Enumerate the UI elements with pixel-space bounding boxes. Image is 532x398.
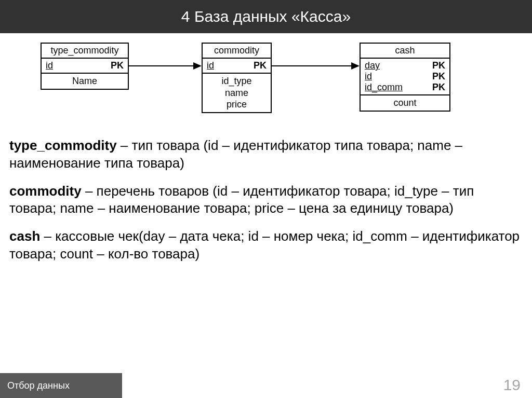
entity-title: commodity bbox=[203, 44, 271, 59]
entity-keys: id PK bbox=[203, 59, 271, 74]
desc-type-commodity: type_commodity – тип товара (id – иденти… bbox=[9, 137, 523, 172]
slide-footer: Отбор данных 19 bbox=[0, 373, 532, 398]
term: commodity bbox=[9, 183, 82, 199]
key-name: id bbox=[46, 60, 53, 71]
term: cash bbox=[9, 228, 40, 244]
entity-attrs: count bbox=[361, 95, 449, 111]
er-diagram: type_commodity id PK Name commodity id P… bbox=[0, 39, 532, 128]
entity-keys: day PK id PK id_comm PK bbox=[361, 59, 449, 95]
entity-commodity: commodity id PK id_type name price bbox=[202, 43, 272, 113]
key-tag: PK bbox=[432, 71, 445, 82]
footer-label: Отбор данных bbox=[0, 373, 122, 398]
key-tag: PK bbox=[432, 60, 445, 71]
desc-cash: cash – кассовые чек(day – дата чека; id … bbox=[9, 228, 523, 263]
attr: id_type bbox=[207, 75, 267, 87]
entity-type-commodity: type_commodity id PK Name bbox=[41, 43, 129, 90]
entity-attrs: id_type name price bbox=[203, 74, 271, 112]
term: type_commodity bbox=[9, 138, 117, 153]
slide-title-text: 4 База данных «Касса» bbox=[181, 8, 351, 25]
attr: price bbox=[207, 99, 267, 111]
entity-title: type_commodity bbox=[42, 44, 128, 59]
key-tag: PK bbox=[432, 82, 445, 93]
key-name: day bbox=[365, 60, 380, 71]
key-name: id_comm bbox=[365, 82, 403, 93]
entity-keys: id PK bbox=[42, 59, 128, 74]
text: – кассовые чек(day – дата чека; id – ном… bbox=[9, 228, 520, 262]
entity-cash: cash day PK id PK id_comm PK count bbox=[360, 43, 450, 112]
entity-attrs: Name bbox=[42, 74, 128, 89]
key-tag: PK bbox=[111, 60, 124, 71]
slide-title: 4 База данных «Касса» bbox=[0, 0, 532, 33]
entity-title: cash bbox=[361, 44, 449, 59]
desc-commodity: commodity – перечень товаров (id – идент… bbox=[9, 183, 523, 218]
attr: name bbox=[207, 87, 267, 99]
description-block: type_commodity – тип товара (id – иденти… bbox=[0, 128, 532, 263]
page-number: 19 bbox=[503, 376, 521, 394]
key-name: id bbox=[207, 60, 214, 71]
key-name: id bbox=[365, 71, 372, 82]
attr: count bbox=[365, 97, 445, 109]
key-tag: PK bbox=[254, 60, 267, 71]
attr: Name bbox=[46, 75, 124, 87]
